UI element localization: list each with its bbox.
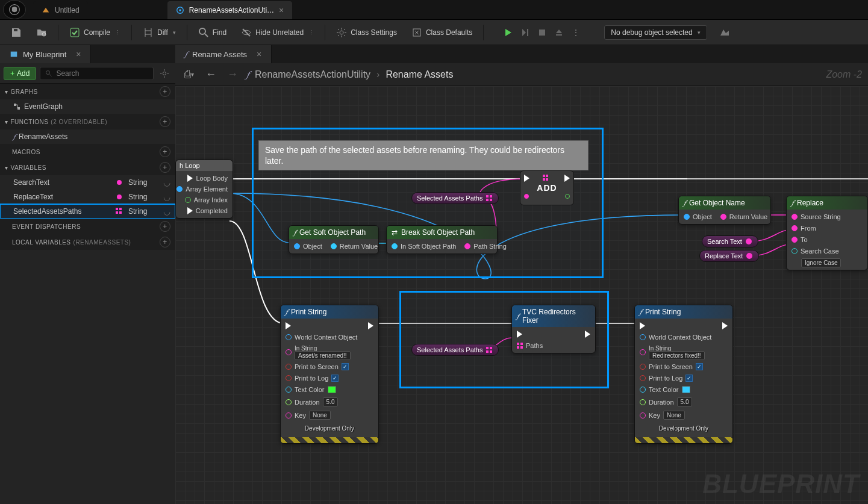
checkbox[interactable] [696, 363, 703, 370]
exec-in-pin[interactable] [640, 322, 645, 329]
section-graphs[interactable]: ▾ GRAPHS + [0, 84, 175, 99]
var-searchtext[interactable]: SearchText String ◡ [0, 175, 175, 190]
section-local-variables[interactable]: LOCAL VARIABLES (RENAMEASSETS) + [0, 234, 175, 250]
float-pin[interactable] [286, 399, 292, 405]
compile-button[interactable]: Compile ⋮ [63, 23, 126, 42]
checkbox[interactable] [331, 375, 339, 382]
var-node-selected-assets-paths[interactable]: Selected Assets Paths [411, 192, 499, 204]
array-pin-icon[interactable] [486, 195, 492, 201]
node-tvc-redirectors-fixer[interactable]: 𝑓TVC Redirectors Fixer Paths [511, 305, 596, 353]
item-pin[interactable] [524, 194, 529, 199]
array-pin-icon[interactable] [486, 347, 492, 353]
visibility-icon[interactable]: ◡ [163, 192, 170, 202]
chevron-down-icon[interactable]: ⋮ [115, 30, 120, 36]
exec-out-pin[interactable] [368, 322, 373, 329]
string-pin[interactable] [746, 238, 752, 244]
node-foreach-loop[interactable]: h Loop Loop Body Array Element Array Ind… [175, 160, 233, 219]
color-pin[interactable] [286, 387, 292, 393]
add-macro-button[interactable]: + [160, 146, 170, 157]
breadcrumb-parent[interactable]: RenameAssetsActionUtility [255, 69, 370, 80]
var-replacetext[interactable]: ReplaceText String ◡ [0, 190, 175, 204]
tab-rename-assets-utility[interactable]: RenameAssetsActionUti… × [167, 1, 293, 19]
var-node-replace-text[interactable]: Replace Text [699, 250, 759, 262]
class-settings-button[interactable]: Class Settings [330, 23, 403, 42]
node-print-string-1[interactable]: 𝑓Print String World Context Object In St… [280, 305, 379, 444]
comment-text[interactable]: Save the path of the selected assets bef… [258, 140, 589, 170]
tree-item-renameassets[interactable]: 𝑓 RenameAssets [0, 129, 175, 144]
chevron-down-icon[interactable]: ⋮ [308, 30, 314, 36]
int-pin[interactable] [185, 197, 191, 203]
add-button[interactable]: +Add [4, 67, 36, 80]
name-pin[interactable] [640, 412, 646, 418]
settings-button[interactable] [157, 66, 172, 81]
object-pin[interactable] [286, 334, 292, 340]
color-swatch[interactable] [328, 386, 336, 393]
string-pin[interactable] [746, 253, 752, 259]
string-pin[interactable] [464, 243, 470, 249]
bool-pin[interactable] [640, 364, 646, 370]
nav-forward-button[interactable]: → [225, 67, 240, 82]
add-dispatcher-button[interactable]: + [160, 221, 170, 232]
section-macros[interactable]: MACROS + [0, 144, 175, 160]
play-options-button[interactable]: ⋮ [568, 25, 584, 40]
hide-unrelated-button[interactable]: Hide Unrelated ⋮ [235, 23, 320, 42]
enum-value[interactable]: Ignore Case [801, 258, 841, 267]
add-local-var-button[interactable]: + [160, 237, 170, 247]
browse-button[interactable] [30, 23, 53, 42]
checkbox[interactable] [342, 363, 349, 370]
tab-untitled[interactable]: Untitled [33, 1, 88, 19]
string-pin[interactable] [640, 349, 646, 355]
graph-menu-button[interactable]: ⎙▾ [181, 67, 197, 82]
string-pin[interactable] [286, 349, 292, 355]
tree-item-eventgraph[interactable]: EventGraph [0, 99, 175, 114]
var-node-search-text[interactable]: Search Text [702, 235, 758, 247]
enum-pin[interactable] [792, 248, 798, 254]
diff-button[interactable]: Diff ▾ [137, 23, 182, 42]
float-pin[interactable] [640, 399, 646, 405]
search-box[interactable] [40, 67, 154, 80]
visibility-icon[interactable]: ◡ [163, 207, 170, 216]
close-icon[interactable]: × [279, 5, 284, 15]
string-pin[interactable] [792, 225, 798, 231]
exec-out-pin[interactable] [564, 175, 570, 182]
stop-button[interactable] [534, 25, 550, 40]
save-button[interactable] [5, 23, 28, 42]
exec-out-pin[interactable] [722, 322, 728, 329]
locate-button[interactable] [713, 23, 736, 42]
checkbox[interactable] [685, 375, 693, 382]
color-swatch[interactable] [682, 386, 690, 393]
search-input[interactable] [56, 69, 148, 78]
breadcrumb-current[interactable]: Rename Assets [386, 69, 453, 80]
exec-pin[interactable] [187, 175, 193, 182]
node-get-object-name[interactable]: 𝑓Get Object Name Object Return Value [678, 196, 771, 225]
add-function-button[interactable]: + [160, 116, 170, 127]
struct-pin[interactable] [331, 243, 337, 249]
find-button[interactable]: Find [192, 23, 233, 42]
string-pin[interactable] [792, 237, 798, 243]
name-pin[interactable] [286, 412, 292, 418]
object-pin[interactable] [684, 214, 690, 220]
bool-pin[interactable] [640, 375, 646, 381]
exec-in-pin[interactable] [524, 175, 529, 182]
exec-out-pin[interactable] [585, 331, 590, 338]
struct-pin[interactable] [392, 243, 398, 249]
string-value[interactable]: Asset/s renamed!! [295, 351, 351, 360]
array-pin-icon[interactable] [517, 343, 523, 349]
bool-pin[interactable] [286, 375, 292, 381]
class-defaults-button[interactable]: Class Defaults [405, 23, 478, 42]
exec-pin[interactable] [187, 207, 193, 214]
object-pin[interactable] [640, 334, 646, 340]
exec-in-pin[interactable] [286, 322, 291, 329]
close-icon[interactable]: × [76, 49, 81, 59]
bool-pin[interactable] [286, 364, 292, 370]
tab-my-blueprint[interactable]: My Blueprint × [0, 45, 91, 63]
node-break-soft-object-path[interactable]: ⇄Break Soft Object Path In Soft Object P… [386, 225, 498, 254]
visibility-icon[interactable]: ◡ [163, 178, 170, 187]
node-replace[interactable]: 𝑓Replace Source String From To Search Ca… [786, 196, 868, 270]
eject-button[interactable] [551, 25, 567, 40]
nav-back-button[interactable]: ← [203, 67, 219, 82]
play-button[interactable] [501, 25, 516, 40]
close-icon[interactable]: × [257, 49, 261, 59]
object-pin[interactable] [176, 186, 183, 192]
float-value[interactable]: 5.0 [677, 397, 693, 406]
